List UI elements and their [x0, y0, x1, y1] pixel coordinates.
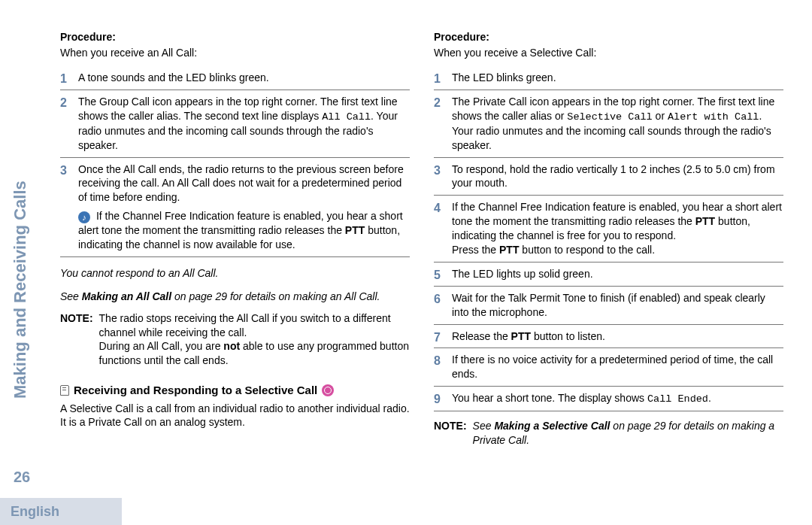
all-call-steps: A tone sounds and the LED blinks green. …	[60, 66, 410, 257]
step-text: or	[653, 110, 668, 122]
left-column: Procedure: When you receive an All Call:…	[60, 30, 410, 480]
note-body: See Making a Selective Call on page 29 f…	[473, 419, 783, 448]
procedure-label: Procedure:	[60, 30, 410, 44]
step-text: Release the	[452, 330, 511, 342]
code-text: Call Ended	[647, 393, 708, 405]
step-text: button to listen.	[531, 330, 605, 342]
right-column: Procedure: When you receive a Selective …	[434, 30, 783, 480]
see-reference: See Making an All Call on page 29 for de…	[60, 290, 410, 304]
ref-text: See	[60, 290, 82, 302]
procedure-intro: When you receive a Selective Call:	[434, 46, 783, 60]
ptt-label: PTT	[695, 215, 715, 227]
note-text: The radio stops receiving the All Call i…	[99, 312, 391, 338]
heading-text: Receiving and Responding to a Selective …	[74, 383, 317, 398]
emphasis: not	[223, 340, 240, 352]
ref-text: on page 29 for details on making an All …	[171, 290, 380, 302]
language-bar: English	[0, 498, 122, 525]
section-heading: Receiving and Responding to a Selective …	[60, 383, 410, 398]
section-title-vertical: Making and Receiving Calls	[9, 181, 32, 399]
step-text: Wait for the Talk Permit Tone to finish …	[452, 292, 765, 318]
step-text: The LED blinks green.	[452, 71, 556, 83]
step-8: If there is no voice activity for a pred…	[434, 348, 783, 387]
step-6: Wait for the Talk Permit Tone to finish …	[434, 287, 783, 325]
step-2: The Group Call icon appears in the top r…	[60, 90, 410, 158]
step-text: A tone sounds and the LED blinks green.	[78, 71, 269, 83]
ptt-label: PTT	[345, 224, 365, 236]
step-4: If the Channel Free Indication feature i…	[434, 196, 783, 262]
ref-link: Making an All Call	[82, 290, 171, 302]
step-3: Once the All Call ends, the radio return…	[60, 158, 410, 257]
step-text: button to respond to the call.	[519, 244, 655, 256]
info-icon: ♪	[78, 211, 90, 223]
page-number: 26	[14, 467, 30, 487]
step-2: The Private Call icon appears in the top…	[434, 90, 783, 158]
step-text: To respond, hold the radio vertically 1 …	[452, 163, 775, 190]
step-text: Press the	[452, 244, 499, 256]
step-text: You hear a short tone. The display shows	[452, 392, 647, 404]
step-1: The LED blinks green.	[434, 66, 783, 90]
ref-text: See	[473, 420, 495, 432]
code-text: Selective Call	[567, 111, 652, 123]
sidebar: Making and Receiving Calls 26 English	[0, 0, 45, 525]
note-label: NOTE:	[434, 419, 467, 448]
note-text: During an All Call, you are	[99, 340, 224, 352]
document-icon	[60, 385, 69, 396]
note-label: NOTE:	[60, 311, 93, 369]
step-text: If there is no voice activity for a pred…	[452, 354, 773, 380]
ptt-label: PTT	[499, 244, 519, 256]
selective-call-steps: The LED blinks green. The Private Call i…	[434, 66, 783, 412]
step-3: To respond, hold the radio vertically 1 …	[434, 158, 783, 196]
step-1: A tone sounds and the LED blinks green.	[60, 66, 410, 90]
ref-link: Making a Selective Call	[494, 420, 610, 432]
cannot-respond-note: You cannot respond to an All Call.	[60, 266, 410, 281]
content-area: Procedure: When you receive an All Call:…	[45, 0, 812, 525]
step-7: Release the PTT button to listen.	[434, 325, 783, 349]
ptt-label: PTT	[511, 330, 531, 342]
step-text: The LED lights up solid green.	[452, 268, 593, 280]
manual-page: Making and Receiving Calls 26 English Pr…	[0, 0, 812, 525]
procedure-intro: When you receive an All Call:	[60, 46, 410, 60]
procedure-label: Procedure:	[434, 30, 783, 44]
code-text: Alert with Call	[668, 111, 759, 123]
step-9: You hear a short tone. The display shows…	[434, 387, 783, 411]
section-intro: A Selective Call is a call from an indiv…	[60, 402, 410, 430]
selective-call-icon	[322, 384, 334, 396]
step-text: Once the All Call ends, the radio return…	[78, 163, 404, 204]
step-5: The LED lights up solid green.	[434, 262, 783, 287]
note-body: The radio stops receiving the All Call i…	[99, 311, 410, 369]
step-text: .	[708, 392, 711, 404]
code-text: All Call	[322, 111, 371, 123]
note-block: NOTE: See Making a Selective Call on pag…	[434, 419, 783, 448]
channel-free-note: ♪ If the Channel Free Indication feature…	[78, 209, 410, 252]
note-block: NOTE: The radio stops receiving the All …	[60, 311, 410, 369]
